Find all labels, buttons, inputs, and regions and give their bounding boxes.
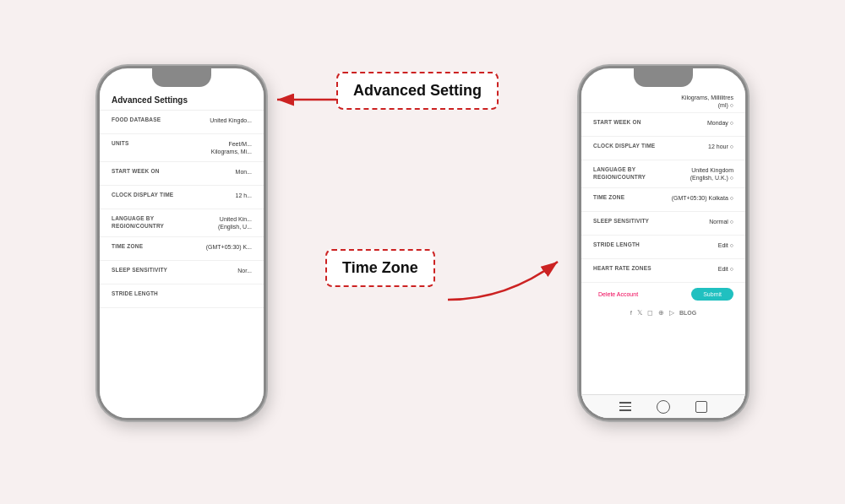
table-row: LANGUAGE BYREGION/COUNTRY United Kingdom… [581,160,745,188]
table-row: LANGUAGE BYREGION/COUNTRY United Kin...(… [100,209,264,237]
table-row: STRIDE LENGTH Edit ○ [581,236,745,259]
label-stride-r: STRIDE LENGTH [593,241,718,248]
label-food-db: FOOD DATABASE [112,117,210,123]
table-row: START WEEK ON Monday ○ [581,113,745,137]
value-start-week-r: Monday ○ [707,119,733,127]
phone-left: Advanced Settings FOOD DATABASE United K… [97,66,266,420]
table-row: START WEEK ON Mon... [100,162,264,186]
notch-left [152,68,211,87]
table-row: TIME ZONE (GMT+05:30) K... [100,237,264,261]
table-row: STRIDE LENGTH [100,285,264,308]
value-sleep-r: Normal ○ [709,218,733,225]
phone-right: Kilograms, Millilitres(ml) ○ START WEEK … [579,66,748,420]
table-row: SLEEP SENSITIVITY Normal ○ [581,212,745,236]
table-row: UNITS Feet/M...Kilograms, Mi... [100,134,264,162]
value-food-db: United Kingdo... [210,117,252,124]
recent-apps-icon[interactable] [695,401,707,413]
pinterest-icon: ⊕ [658,309,664,317]
label-units: UNITS [112,140,211,147]
label-sleep-r: SLEEP SENSITIVITY [593,218,709,225]
action-row: Delete Account Submit [581,283,745,306]
bottom-bar [581,394,745,418]
table-row: FOOD DATABASE United Kingdo... [100,111,264,134]
table-row: CLOCK DISPLAY TIME 12 hour ○ [581,137,745,160]
table-row: SLEEP SENSITIVITY Nor... [100,261,264,285]
value-start-week: Mon... [236,168,252,176]
submit-button[interactable]: Submit [691,288,733,301]
screen-left: Advanced Settings FOOD DATABASE United K… [100,87,264,418]
value-clock: 12 h... [236,192,252,199]
annotation-advanced-setting: Advanced Setting [336,72,499,110]
label-sleep-left: SLEEP SENSITIVITY [112,267,237,274]
label-heartrate-r: HEART RATE ZONES [593,265,718,272]
settings-list-right: START WEEK ON Monday ○ CLOCK DISPLAY TIM… [581,113,745,283]
value-clock-r: 12 hour ○ [708,143,733,150]
value-sleep-left: Nor... [237,267,252,274]
menu-icon [619,402,631,411]
value-heartrate-r: Edit ○ [718,265,733,273]
value-timezone-r: (GMT+05:30) Kolkata ○ [672,194,733,202]
value-language-r: United Kingdom(English, U.K.) ○ [690,166,733,182]
value-stride-r: Edit ○ [718,241,733,249]
value-units: Feet/M...Kilograms, Mi... [211,140,252,155]
label-clock-r: CLOCK DISPLAY TIME [593,143,708,149]
label-language-r: LANGUAGE BYREGION/COUNTRY [593,166,690,181]
label-timezone-left: TIME ZONE [112,243,206,250]
top-value: Kilograms, Millilitres(ml) ○ [581,87,745,113]
screen-header: Advanced Settings [100,87,264,111]
value-timezone-left: (GMT+05:30) K... [206,243,252,251]
label-start-week: START WEEK ON [112,168,236,175]
label-clock: CLOCK DISPLAY TIME [112,192,236,198]
youtube-icon: ▷ [669,309,674,317]
twitter-icon: 𝕏 [637,309,642,317]
blog-label: BLOG [679,310,696,316]
label-start-week-r: START WEEK ON [593,119,707,126]
table-row: HEART RATE ZONES Edit ○ [581,259,745,283]
instagram-icon: ◻ [647,309,653,317]
settings-list-left: FOOD DATABASE United Kingdo... UNITS Fee… [100,111,264,308]
screen-title: Advanced Settings [112,95,252,105]
home-icon[interactable] [657,400,670,414]
label-timezone-r: TIME ZONE [593,194,672,201]
delete-account-button[interactable]: Delete Account [593,288,643,301]
value-language: United Kin...(English, U... [218,215,252,230]
table-row: CLOCK DISPLAY TIME 12 h... [100,186,264,209]
label-stride-left: STRIDE LENGTH [112,290,252,297]
notch-right [634,68,693,87]
annotation-timezone: Time Zone [325,249,435,287]
table-row: TIME ZONE (GMT+05:30) Kolkata ○ [581,188,745,212]
label-language: LANGUAGE BYREGION/COUNTRY [112,215,218,230]
screen-right: Kilograms, Millilitres(ml) ○ START WEEK … [581,87,745,418]
social-row: f 𝕏 ◻ ⊕ ▷ BLOG [581,306,745,320]
facebook-icon: f [630,309,632,317]
